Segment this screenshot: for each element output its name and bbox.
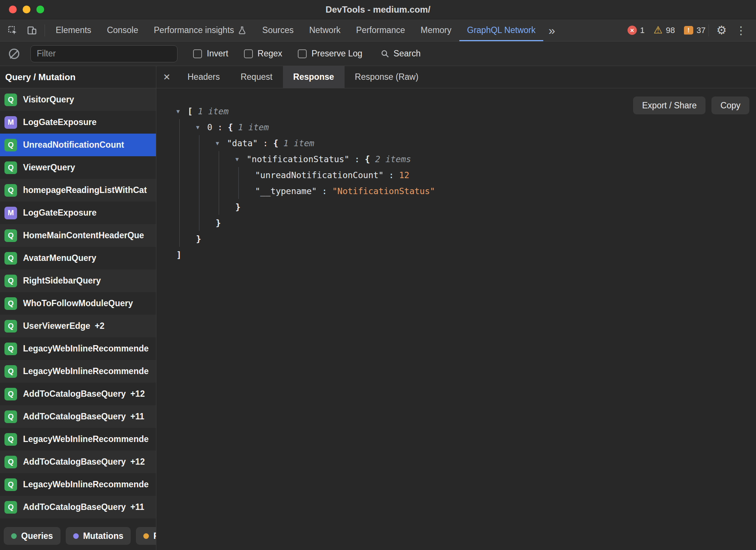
batch-count: +2 — [95, 321, 104, 331]
tab-response-raw[interactable]: Response (Raw) — [345, 66, 429, 88]
indent-guide — [216, 183, 235, 199]
list-item[interactable]: MLogGateExposure — [0, 202, 156, 224]
tab-request[interactable]: Request — [230, 66, 283, 88]
list-item[interactable]: QAddToCatalogBaseQuery+12 — [0, 383, 156, 405]
operation-name: LegacyWebInlineRecommende — [23, 344, 149, 354]
list-item[interactable]: QViewerQuery — [0, 156, 156, 179]
tab-sources[interactable]: Sources — [254, 19, 301, 41]
indent-guide — [176, 231, 196, 247]
filter-chip-pers[interactable]: Pers — [136, 527, 156, 545]
tab-label: Elements — [56, 25, 91, 35]
macos-minimize-button[interactable] — [23, 6, 30, 13]
filter-chip-mutations[interactable]: Mutations — [66, 527, 131, 545]
inspect-icon — [7, 25, 18, 36]
list-item[interactable]: QRightSidebarQuery — [0, 269, 156, 292]
preserve-log-checkbox[interactable]: Preserve Log — [298, 49, 362, 59]
json-token-num: 12 — [399, 170, 410, 180]
more-options-button[interactable]: ⋮ — [731, 19, 751, 41]
json-tree-row: ▼"notificationStatus" : { 2 items — [176, 151, 756, 167]
error-icon: ✕ — [628, 26, 637, 35]
clear-button[interactable] — [7, 42, 24, 66]
batch-count: +12 — [130, 389, 145, 399]
tab-graphql-network[interactable]: GraphQL Network — [459, 19, 544, 41]
list-item[interactable]: QHomeMainContentHeaderQue — [0, 224, 156, 247]
list-item[interactable]: QLegacyWebInlineRecommende — [0, 337, 156, 360]
macos-close-button[interactable] — [9, 6, 17, 13]
export-share-button[interactable]: Export / Share — [633, 96, 706, 114]
tab-label: Network — [309, 25, 340, 35]
json-tree-row: "__typename" : "NotificationStatus" — [176, 183, 756, 199]
indent-guide — [235, 167, 255, 183]
list-item[interactable]: QLegacyWebInlineRecommende — [0, 360, 156, 383]
query-badge: Q — [4, 433, 17, 446]
tab-memory[interactable]: Memory — [413, 19, 459, 41]
tab-console[interactable]: Console — [99, 19, 146, 41]
list-item[interactable]: QUserViewerEdge+2 — [0, 315, 156, 337]
tab-label: Performance insights — [154, 25, 234, 35]
warning-count-badge[interactable]: ⚠ 98 — [654, 25, 675, 35]
more-tabs-button[interactable]: » — [543, 24, 560, 36]
tab-elements[interactable]: Elements — [48, 19, 99, 41]
checkbox-label: Invert — [207, 49, 228, 59]
operation-name: AddToCatalogBaseQuery — [23, 389, 126, 399]
close-detail-button[interactable]: ✕ — [156, 66, 177, 88]
collapse-caret-icon[interactable]: ▼ — [235, 156, 247, 163]
checkbox-label: Preserve Log — [312, 49, 362, 59]
json-tree-row: "unreadNotificationCount" : 12 — [176, 167, 756, 183]
device-toolbar-button[interactable] — [22, 19, 42, 41]
list-item[interactable]: QhomepageReadingListWithCat — [0, 179, 156, 202]
tab-performance-insights[interactable]: Performance insights — [146, 19, 254, 41]
json-token-idx: 0 — [207, 122, 212, 132]
tab-performance[interactable]: Performance — [348, 19, 413, 41]
query-badge: Q — [4, 275, 17, 287]
inspect-element-button[interactable] — [3, 19, 22, 41]
list-item[interactable]: QAddToCatalogBaseQuery+11 — [0, 405, 156, 428]
list-item[interactable]: QUnreadNotificationCount — [0, 134, 156, 156]
tab-label: Performance — [356, 25, 405, 35]
operation-name: AddToCatalogBaseQuery — [23, 457, 126, 467]
regex-checkbox[interactable]: Regex — [244, 49, 282, 59]
search-button[interactable]: Search — [380, 49, 421, 59]
list-item[interactable]: QLegacyWebInlineRecommende — [0, 428, 156, 451]
macos-zoom-button[interactable] — [36, 6, 44, 13]
settings-button[interactable]: ⚙ — [712, 19, 731, 41]
list-item[interactable]: QWhoToFollowModuleQuery — [0, 292, 156, 315]
json-tree-row: ▼"data" : { 1 item — [176, 135, 756, 151]
json-token-punct: } — [216, 218, 221, 228]
filter-chip-queries[interactable]: Queries — [4, 527, 61, 545]
filter-chip-label: Mutations — [83, 531, 124, 541]
operation-name: homepageReadingListWithCat — [23, 185, 147, 195]
tab-response[interactable]: Response — [283, 66, 345, 88]
collapse-caret-icon[interactable]: ▼ — [196, 124, 207, 131]
main-split: Query / Mutation QVisitorQueryMLogGateEx… — [0, 66, 756, 550]
issue-count: 37 — [697, 26, 706, 35]
error-count-badge[interactable]: ✕ 1 — [628, 26, 645, 35]
copy-button[interactable]: Copy — [711, 96, 749, 114]
operation-name: LegacyWebInlineRecommende — [23, 366, 149, 376]
collapse-caret-icon[interactable]: ▼ — [176, 108, 188, 115]
json-token-str: "NotificationStatus" — [332, 186, 435, 196]
tab-headers[interactable]: Headers — [177, 66, 230, 88]
block-icon — [9, 49, 19, 59]
list-item[interactable]: QLegacyWebInlineRecommende — [0, 473, 156, 496]
json-token-punct: } — [196, 234, 201, 244]
collapse-caret-icon[interactable]: ▼ — [216, 140, 227, 147]
list-item[interactable]: QAddToCatalogBaseQuery+12 — [0, 451, 156, 473]
issue-count-badge[interactable]: ! 37 — [684, 26, 706, 35]
flask-icon — [238, 26, 247, 35]
operation-name: AddToCatalogBaseQuery — [23, 412, 126, 422]
list-item[interactable]: MLogGateExposure — [0, 111, 156, 134]
tab-network[interactable]: Network — [302, 19, 348, 41]
operation-name: VisitorQuery — [23, 95, 74, 105]
list-item[interactable]: QAvatarMenuQuery — [0, 247, 156, 269]
mutation-badge: M — [4, 116, 17, 129]
query-badge: Q — [4, 501, 17, 514]
json-tree-row: } — [176, 215, 756, 231]
filter-input[interactable] — [30, 45, 177, 62]
list-item[interactable]: QVisitorQuery — [0, 88, 156, 111]
indent-guide — [196, 199, 216, 215]
invert-checkbox[interactable]: Invert — [193, 49, 228, 59]
request-list-panel: Query / Mutation QVisitorQueryMLogGateEx… — [0, 66, 156, 550]
device-toolbar-icon — [27, 25, 37, 36]
list-item[interactable]: QAddToCatalogBaseQuery+11 — [0, 496, 156, 518]
